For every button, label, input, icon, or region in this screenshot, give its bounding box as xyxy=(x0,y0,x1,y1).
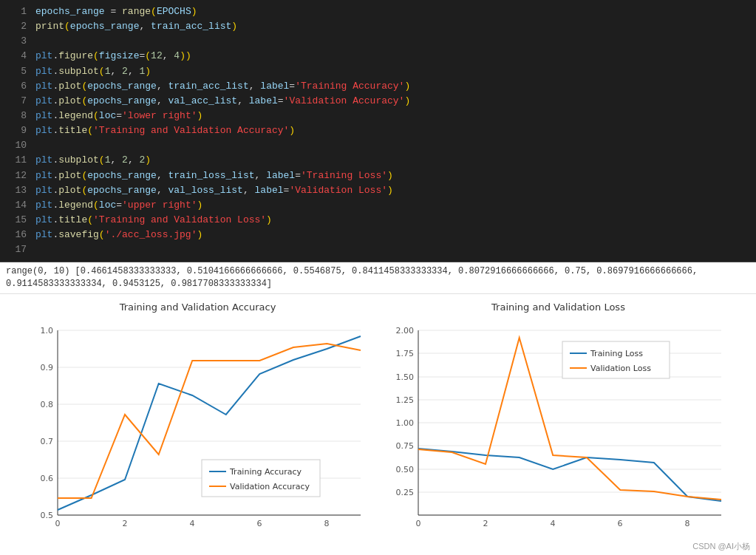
code-line: 12plt.plot(epochs_range, train_loss_list… xyxy=(0,168,756,183)
svg-text:2: 2 xyxy=(122,519,127,528)
line-number: 1 xyxy=(6,4,27,19)
svg-text:0.9: 0.9 xyxy=(40,363,53,372)
accuracy-legend-train: Training Accuracy xyxy=(229,467,302,477)
line-number: 6 xyxy=(6,79,27,94)
code-text: plt.legend(loc='lower right') xyxy=(35,109,202,123)
svg-text:0.50: 0.50 xyxy=(395,465,414,474)
svg-text:8: 8 xyxy=(324,519,329,528)
code-text: epochs_range = range(EPOCHS) xyxy=(35,4,197,19)
code-line: 2print(epochs_range, train_acc_list) xyxy=(0,19,756,34)
svg-text:0.5: 0.5 xyxy=(40,511,53,520)
code-text: plt.title('Training and Validation Accur… xyxy=(35,123,295,138)
code-text: plt.savefig('./acc_loss.jpg') xyxy=(35,228,202,242)
accuracy-chart-title: Training and Validation Accuracy xyxy=(21,302,375,313)
charts-area: Training and Validation Accuracy 1.0 0.9… xyxy=(0,294,756,554)
accuracy-svg: 1.0 0.9 0.8 0.7 0.6 0.5 0 2 4 6 8 xyxy=(21,316,375,545)
code-line: 9plt.title('Training and Validation Accu… xyxy=(0,123,756,138)
code-line: 5plt.subplot(1, 2, 1) xyxy=(0,64,756,79)
line-number: 12 xyxy=(6,168,27,183)
svg-text:1.50: 1.50 xyxy=(395,372,414,382)
line-number: 8 xyxy=(6,109,27,123)
line-number: 9 xyxy=(6,123,27,138)
code-line: 13plt.plot(epochs_range, val_loss_list, … xyxy=(0,183,756,198)
svg-text:8: 8 xyxy=(684,519,689,528)
line-number: 11 xyxy=(6,153,27,168)
output-text: range(0, 10) [0.4661458333333333, 0.5104… xyxy=(6,266,698,289)
code-text: plt.title('Training and Validation Loss'… xyxy=(35,213,272,228)
svg-text:1.0: 1.0 xyxy=(40,326,53,336)
code-line: 17 xyxy=(0,242,756,257)
svg-text:4: 4 xyxy=(550,519,555,528)
accuracy-chart: Training and Validation Accuracy 1.0 0.9… xyxy=(21,302,375,548)
code-text: plt.subplot(1, 2, 1) xyxy=(35,64,151,79)
loss-chart-title: Training and Validation Loss xyxy=(381,302,736,313)
svg-text:2: 2 xyxy=(483,519,488,528)
code-text: plt.plot(epochs_range, train_acc_list, l… xyxy=(35,79,410,94)
loss-legend-val: Validation Loss xyxy=(590,364,651,373)
svg-text:6: 6 xyxy=(256,519,262,528)
line-number: 4 xyxy=(6,49,27,64)
line-number: 7 xyxy=(6,94,27,109)
code-line: 3 xyxy=(0,34,756,49)
svg-text:0.25: 0.25 xyxy=(395,488,414,497)
code-line: 6plt.plot(epochs_range, train_acc_list, … xyxy=(0,79,756,94)
svg-text:0.7: 0.7 xyxy=(40,437,53,446)
loss-svg: 2.00 1.75 1.50 1.25 1.00 0.75 0.50 0.25 … xyxy=(381,316,736,545)
line-number: 17 xyxy=(6,242,27,257)
line-number: 5 xyxy=(6,64,27,79)
code-line: 16plt.savefig('./acc_loss.jpg') xyxy=(0,228,756,242)
svg-text:6: 6 xyxy=(617,519,622,528)
line-number: 13 xyxy=(6,183,27,198)
accuracy-legend-val: Validation Accuracy xyxy=(230,482,310,491)
svg-text:1.75: 1.75 xyxy=(395,349,414,358)
line-number: 14 xyxy=(6,198,27,213)
line-number: 2 xyxy=(6,19,27,34)
code-line: 4plt.figure(figsize=(12, 4)) xyxy=(0,49,756,64)
svg-text:0.75: 0.75 xyxy=(395,441,414,451)
code-line: 15plt.title('Training and Validation Los… xyxy=(0,213,756,228)
line-number: 10 xyxy=(6,138,27,153)
code-line: 1epochs_range = range(EPOCHS) xyxy=(0,4,756,19)
svg-text:0: 0 xyxy=(415,519,420,528)
code-text: plt.plot(epochs_range, val_loss_list, la… xyxy=(35,183,393,198)
svg-text:1.00: 1.00 xyxy=(395,418,414,428)
watermark: CSDN @AI小杨 xyxy=(692,541,750,552)
output-line: range(0, 10) [0.4661458333333333, 0.5104… xyxy=(0,262,756,294)
code-line: 10 xyxy=(0,138,756,153)
code-line: 8plt.legend(loc='lower right') xyxy=(0,109,756,123)
code-text: plt.legend(loc='upper right') xyxy=(35,198,202,213)
code-text: plt.plot(epochs_range, train_loss_list, … xyxy=(35,168,393,183)
code-text: plt.subplot(1, 2, 2) xyxy=(35,153,151,168)
svg-text:0: 0 xyxy=(55,519,60,528)
code-text: print(epochs_range, train_acc_list) xyxy=(35,19,237,34)
svg-text:0.8: 0.8 xyxy=(40,400,53,409)
loss-legend-train: Training Loss xyxy=(590,349,643,358)
svg-text:2.00: 2.00 xyxy=(395,326,414,336)
code-text: plt.plot(epochs_range, val_acc_list, lab… xyxy=(35,94,410,109)
svg-text:0.6: 0.6 xyxy=(40,474,53,483)
line-number: 15 xyxy=(6,213,27,228)
line-number: 16 xyxy=(6,228,27,242)
code-line: 14plt.legend(loc='upper right') xyxy=(0,198,756,213)
code-line: 11plt.subplot(1, 2, 2) xyxy=(0,153,756,168)
loss-chart: Training and Validation Loss 2.00 1.75 xyxy=(381,302,736,548)
code-text: plt.figure(figsize=(12, 4)) xyxy=(35,49,191,64)
code-section: 1epochs_range = range(EPOCHS)2print(epoc… xyxy=(0,0,756,262)
line-number: 3 xyxy=(6,34,27,49)
code-line: 7plt.plot(epochs_range, val_acc_list, la… xyxy=(0,94,756,109)
svg-text:4: 4 xyxy=(189,519,194,528)
svg-text:1.25: 1.25 xyxy=(395,395,414,405)
